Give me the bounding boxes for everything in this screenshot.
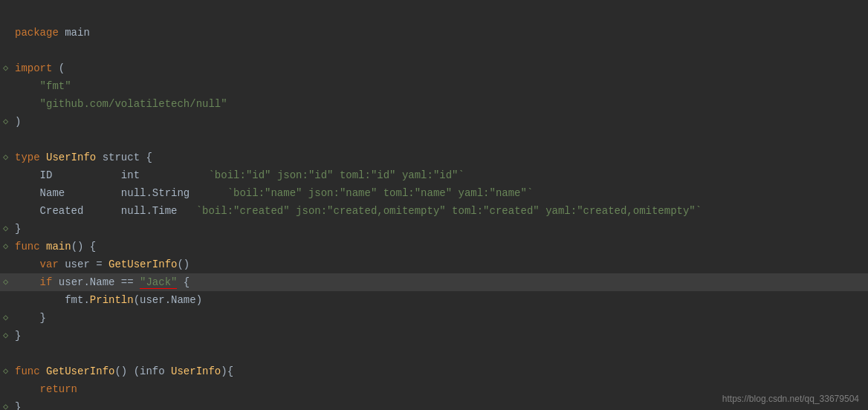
code-line-17: ◇ }	[0, 309, 868, 327]
code-text-19	[15, 345, 21, 362]
code-line-2	[0, 42, 868, 59]
code-text-1: package main	[15, 24, 90, 42]
code-text-13: func main() {	[15, 238, 96, 256]
code-text-21: return	[15, 380, 77, 398]
code-text-12: }	[15, 220, 21, 238]
code-line-15: ◇ if user.Name == "Jack" {	[0, 273, 868, 291]
code-text-5: "github.com/volatiletech/null"	[15, 95, 227, 113]
code-text-14: var user = GetUserInfo()	[15, 256, 190, 273]
code-text-7	[15, 131, 21, 149]
line-indicator-15: ◇	[3, 273, 8, 291]
code-text-20: func GetUserInfo() (info UserInfo){	[15, 362, 233, 380]
code-text-6: )	[15, 113, 21, 131]
watermark: https://blog.csdn.net/qq_33679504	[722, 394, 859, 404]
line-indicator-17: ◇	[3, 309, 8, 327]
code-line-13: ◇func main() {	[0, 238, 868, 256]
code-text-4: "fmt"	[15, 77, 71, 95]
line-indicator-20: ◇	[3, 362, 8, 380]
code-line-6: ◇)	[0, 113, 868, 131]
code-line-5: "github.com/volatiletech/null"	[0, 95, 868, 113]
code-text-11: Created null.Time `boil:"created" json:"…	[15, 202, 702, 220]
code-line-9: ID int `boil:"id" json:"id" toml:"id" ya…	[0, 166, 868, 184]
code-text-16: fmt.Println(user.Name)	[15, 291, 202, 309]
code-editor: package main ◇import ( "fmt" "github.com…	[0, 0, 868, 410]
code-line-11: Created null.Time `boil:"created" json:"…	[0, 202, 868, 220]
line-indicator-22: ◇	[3, 398, 8, 410]
code-line-20: ◇func GetUserInfo() (info UserInfo){	[0, 362, 868, 380]
line-indicator-6: ◇	[3, 113, 8, 131]
code-line-3: ◇import (	[0, 59, 868, 77]
code-text-18: }	[15, 327, 21, 345]
code-text-15: if user.Name == "Jack" {	[15, 273, 190, 291]
line-indicator-3: ◇	[3, 59, 8, 77]
code-line-16: fmt.Println(user.Name)	[0, 291, 868, 309]
code-line-4: "fmt"	[0, 77, 868, 95]
code-line-7	[0, 131, 868, 149]
code-text-9: ID int `boil:"id" json:"id" toml:"id" ya…	[15, 166, 464, 184]
line-indicator-8: ◇	[3, 149, 8, 166]
line-indicator-12: ◇	[3, 220, 8, 238]
line-indicator-13: ◇	[3, 238, 8, 256]
code-text-2	[15, 42, 21, 59]
code-line-10: Name null.String `boil:"name" json:"name…	[0, 184, 868, 202]
code-line-18: ◇}	[0, 327, 868, 345]
code-text-22: }	[15, 398, 21, 410]
code-line-8: ◇type UserInfo struct {	[0, 149, 868, 166]
code-text-10: Name null.String `boil:"name" json:"name…	[15, 184, 533, 202]
code-text-17: }	[15, 309, 46, 327]
code-text-3: import (	[15, 59, 65, 77]
code-text-8: type UserInfo struct {	[15, 149, 152, 166]
line-indicator-18: ◇	[3, 327, 8, 345]
code-line-12: ◇}	[0, 220, 868, 238]
code-line-1: package main	[0, 24, 868, 42]
code-line-14: var user = GetUserInfo()	[0, 256, 868, 273]
code-line-19	[0, 345, 868, 362]
